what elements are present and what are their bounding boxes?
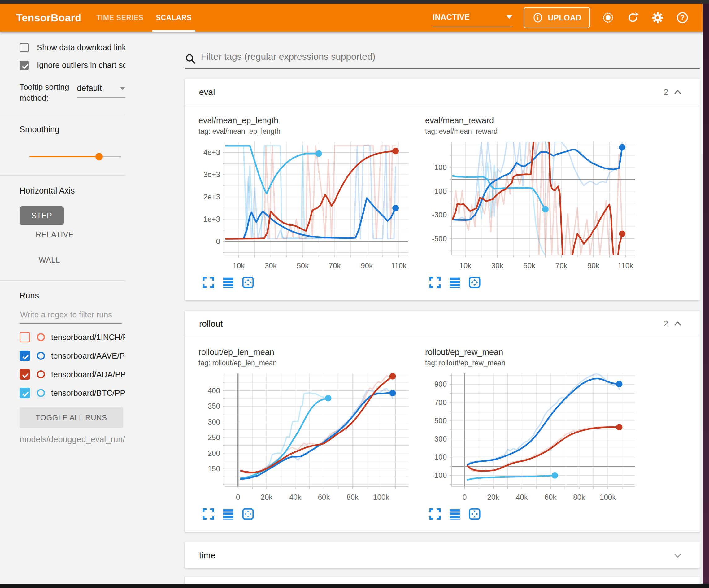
run-row-aave[interactable]: tensorboard/AAVE/PPO_1 [20,351,125,361]
smoothing-label: Smoothing [20,125,125,134]
run-row-btc[interactable]: tensorboard/BTC/PPO_1 [20,388,125,398]
toggle-all-runs-button[interactable]: TOGGLE ALL RUNS [20,408,123,428]
axis-wall-button[interactable]: WALL [31,251,68,270]
desktop-right-edge [703,0,709,588]
svg-text:500: 500 [435,416,447,425]
svg-text:10k: 10k [233,261,245,270]
run-checkbox[interactable] [20,388,30,398]
svg-text:150: 150 [208,464,220,473]
horizontal-axis-label: Horizontal Axis [20,186,125,196]
run-label: tensorboard/1INCH/PPO_1 [51,333,125,342]
settings-gear-icon[interactable] [651,11,664,24]
svg-text:4e+3: 4e+3 [203,148,220,156]
run-row-1inch[interactable]: tensorboard/1INCH/PPO_1 [20,332,125,342]
svg-text:1e+3: 1e+3 [203,215,220,223]
smoothing-slider[interactable] [29,156,121,157]
svg-text:90k: 90k [361,261,373,270]
upload-button-label: UPLOAD [548,13,581,22]
tab-time-series[interactable]: TIME SERIES [90,4,150,32]
tab-time-series-label: TIME SERIES [96,14,143,22]
line-chart[interactable]: 10k30k50k70k90k110k100-100-300-500 [425,139,639,273]
search-icon [185,53,196,65]
line-chart[interactable]: 10k30k50k70k90k110k01e+32e+33e+34e+3 [199,139,412,273]
fullscreen-icon[interactable] [429,508,441,520]
section-title: rollout [199,319,222,329]
fit-domain-icon[interactable] [468,276,481,288]
data-table-icon[interactable] [449,276,461,288]
svg-text:50k: 50k [297,261,309,270]
svg-text:100k: 100k [373,493,390,501]
axis-step-button[interactable]: STEP [20,206,64,225]
data-table-icon[interactable] [449,508,461,520]
section-card-eval: eval 2 eval/mean_ep_length tag: eval/mea… [185,79,700,300]
fullscreen-icon[interactable] [202,508,215,520]
show-download-links-label: Show data download links [37,43,125,52]
line-chart[interactable]: 020k40k60k80k100k-100100300500700900 [425,370,639,505]
run-checkbox[interactable] [20,369,30,380]
svg-text:300: 300 [208,418,220,426]
run-row-ada[interactable]: tensorboard/ADA/PPO_1 [20,369,125,380]
run-color-circle[interactable] [37,370,45,378]
svg-text:80k: 80k [346,493,359,501]
chart-actions [425,276,640,288]
status-dropdown[interactable]: INACTIVE [432,13,513,27]
run-color-circle[interactable] [37,389,45,397]
svg-text:3e+3: 3e+3 [203,170,220,179]
line-chart[interactable]: 020k40k60k80k100k150200250300350400 [199,370,412,505]
tab-scalars[interactable]: SCALARS [150,4,198,32]
svg-text:900: 900 [435,380,447,388]
svg-text:100: 100 [435,453,447,461]
refresh-icon[interactable] [626,11,640,24]
chart-rollout-ep-len-mean: rollout/ep_len_mean tag: rollout/ep_len_… [199,348,414,520]
fullscreen-icon[interactable] [429,276,441,288]
fit-domain-icon[interactable] [242,276,254,288]
tag-filter-input[interactable] [201,51,700,66]
tooltip-sorting-select[interactable]: default [77,84,125,98]
section-card-time: time [185,542,700,568]
svg-text:-300: -300 [432,210,447,219]
section-header-rollout[interactable]: rollout 2 [185,311,700,337]
smoothing-slider-thumb[interactable] [95,153,103,160]
help-icon[interactable]: ? [676,11,689,24]
section-header-right: 2 [664,319,682,329]
svg-text:110k: 110k [618,261,633,270]
svg-text:250: 250 [208,433,220,441]
sidebar-divider [0,114,125,114]
section-header-time[interactable]: time [185,542,700,568]
run-color-circle[interactable] [37,333,45,341]
run-color-circle[interactable] [37,352,45,360]
chevron-down-icon[interactable] [673,551,682,560]
svg-text:70k: 70k [555,261,568,270]
fit-domain-icon[interactable] [468,508,481,520]
section-header-eval[interactable]: eval 2 [185,79,700,105]
show-download-links-checkbox[interactable] [20,43,29,52]
run-checkbox[interactable] [20,332,30,342]
main-panel: eval 2 eval/mean_ep_length tag: eval/mea… [125,32,703,588]
section-header-right: 2 [664,87,682,97]
upload-button[interactable]: UPLOAD [524,7,590,28]
chevron-up-icon[interactable] [673,87,682,97]
data-table-icon[interactable] [222,276,234,288]
data-table-icon[interactable] [222,508,234,520]
chart-rollout-ep-rew-mean: rollout/ep_rew_mean tag: rollout/ep_rew_… [425,348,640,520]
run-checkbox[interactable] [20,351,30,361]
chart-actions [199,276,414,288]
show-download-links-row[interactable]: Show data download links [20,43,125,52]
svg-text:200: 200 [208,449,220,457]
chart-title: eval/mean_reward [425,116,640,125]
rollout-charts-row: rollout/ep_len_mean tag: rollout/ep_len_… [185,337,700,532]
section-title: eval [199,87,215,97]
content-area: Show data download links Ignore outliers… [0,32,703,588]
axis-relative-button[interactable]: RELATIVE [28,225,81,244]
brightness-icon[interactable] [601,11,615,24]
tooltip-sorting-label: Tooltip sorting method: [20,82,71,103]
fit-domain-icon[interactable] [242,508,254,520]
svg-text:20k: 20k [261,493,273,501]
runs-filter-input[interactable] [20,308,122,324]
runs-base-path: models/debugged_eval_run/ [20,435,125,444]
ignore-outliers-checkbox[interactable] [20,61,29,70]
ignore-outliers-row[interactable]: Ignore outliers in chart scaling [20,60,125,70]
chevron-up-icon[interactable] [673,319,682,329]
fullscreen-icon[interactable] [202,276,215,288]
svg-text:60k: 60k [545,493,557,501]
